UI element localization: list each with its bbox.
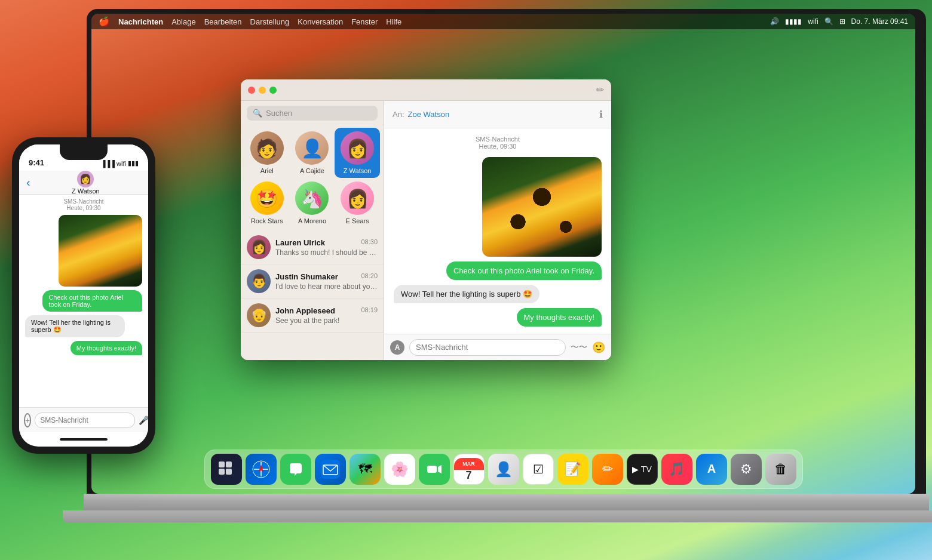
menu-fenster[interactable]: Fenster — [351, 17, 378, 26]
contact-name-cajide: A Cajide — [300, 167, 324, 174]
avatar-justin: 👨 — [247, 269, 271, 293]
contact-name-rockstars: Rock Stars — [251, 217, 283, 224]
emoji-button[interactable]: 🙂 — [592, 341, 605, 354]
macbook-frame: 🍎 Nachrichten Ablage Bearbeiten Darstell… — [87, 9, 932, 560]
menu-bar-wifi-icon[interactable]: wifi — [808, 17, 818, 26]
conv-preview-lauren: Thanks so much! I should be there by 9:0… — [275, 248, 378, 257]
iphone-notch — [60, 144, 108, 160]
menu-hilfe[interactable]: Hilfe — [386, 17, 401, 26]
iphone-contact-avatar: 👩 — [77, 171, 94, 187]
iphone-sent-1: Check out this photo Ariel took on Frida… — [42, 290, 142, 312]
svg-rect-1 — [226, 461, 232, 467]
conv-lauren-ulrick[interactable]: 👩 Lauren Ulrick 08:30 Thanks so much! I … — [241, 230, 384, 264]
dock-music[interactable]: 🎵 — [661, 454, 692, 485]
iphone-nav-bar: ‹ 👩 Z Watson — [19, 171, 148, 195]
dock-facetime[interactable] — [419, 454, 450, 485]
app-menu-nachrichten[interactable]: Nachrichten — [118, 17, 163, 26]
svg-rect-9 — [321, 460, 340, 479]
iphone-mic-icon[interactable]: 🎤 — [139, 416, 148, 425]
menu-konversation[interactable]: Konversation — [298, 17, 343, 26]
dock-mail[interactable] — [315, 454, 346, 485]
contact-pin-zwatson[interactable]: 👩 Z Watson — [335, 128, 380, 178]
svg-rect-12 — [427, 466, 437, 473]
dock-contacts[interactable]: 👤 — [488, 454, 519, 485]
conv-info-john: John Appleseed 08:19 See you at the park… — [275, 306, 378, 325]
chat-messages: SMS-Nachricht Heute, 09:30 Check out thi… — [384, 128, 611, 334]
contact-name-esears: E Sears — [346, 217, 369, 224]
conv-justin-shumaker[interactable]: 👨 Justin Shumaker 08:20 I'd love to hear… — [241, 264, 384, 299]
iphone-back-button[interactable]: ‹ — [26, 176, 30, 189]
chat-input-bar: A 〜〜 🙂 — [384, 334, 611, 360]
conv-name-john: John Appleseed — [275, 306, 335, 315]
menu-darstellung[interactable]: Darstellung — [250, 17, 290, 26]
wifi-icon: wifi — [116, 160, 126, 167]
iphone-contact-center: 👩 Z Watson — [72, 171, 100, 195]
macbook-screen: 🍎 Nachrichten Ablage Bearbeiten Darstell… — [91, 14, 915, 494]
battery-icon: ▮▮▮ — [128, 159, 139, 167]
dock: 🗺 🌸 MAR 7 👤 ☑ — [204, 450, 803, 489]
avatar-lauren: 👩 — [247, 235, 271, 259]
window-titlebar: ✏ — [241, 79, 611, 101]
apps-button[interactable]: A — [390, 340, 404, 355]
menu-bearbeiten[interactable]: Bearbeiten — [204, 17, 242, 26]
contact-pin-moreno[interactable]: 🦄 A Moreno — [290, 178, 335, 228]
menu-ablage[interactable]: Ablage — [171, 17, 195, 26]
sent-image-message — [482, 157, 602, 257]
avatar-esears: 👩 — [341, 181, 374, 215]
messages-window: ✏ 🔍 Suchen 🧑 Ari — [241, 79, 611, 360]
iphone-time: 9:41 — [29, 158, 44, 167]
dock-reminders[interactable]: ☑ — [523, 454, 554, 485]
iphone-frame: 9:41 ▐▐▐ wifi ▮▮▮ ‹ 👩 Z Watson SMS-Nachr… — [12, 137, 155, 454]
message-input[interactable] — [409, 339, 566, 356]
dock-notes[interactable]: 📝 — [557, 454, 588, 485]
dock-messages[interactable] — [280, 454, 311, 485]
menu-bar-search-icon[interactable]: 🔍 — [824, 17, 833, 26]
signal-icon: ▐▐▐ — [101, 160, 115, 167]
menu-bar-controlcenter-icon[interactable]: ⊞ — [839, 17, 845, 26]
avatar-ariel: 🧑 — [250, 131, 284, 165]
dock-trash[interactable]: 🗑 — [765, 454, 796, 485]
dictation-icon[interactable]: 〜〜 — [571, 342, 587, 353]
dock-maps[interactable]: 🗺 — [350, 454, 381, 485]
conv-preview-justin: I'd love to hear more about your project… — [275, 282, 378, 291]
conv-info-lauren: Lauren Ulrick 08:30 Thanks so much! I sh… — [275, 238, 378, 257]
contact-pin-rockstars[interactable]: 🤩 Rock Stars — [244, 178, 290, 228]
dock-settings[interactable]: ⚙ — [731, 454, 762, 485]
contact-pin-esears[interactable]: 👩 E Sears — [335, 178, 380, 228]
avatar-moreno: 🦄 — [295, 181, 329, 215]
iphone-sent-image — [59, 215, 142, 287]
contact-name-zwatson: Z Watson — [344, 167, 372, 174]
dock-appstore[interactable]: A — [696, 454, 727, 485]
chat-info-button[interactable]: ℹ — [599, 109, 603, 120]
menu-bar: 🍎 Nachrichten Ablage Bearbeiten Darstell… — [91, 14, 915, 29]
contact-pin-cajide[interactable]: 👤 A Cajide — [290, 128, 335, 178]
close-button[interactable] — [248, 87, 255, 94]
maximize-button[interactable] — [269, 87, 277, 94]
menu-bar-volume-icon[interactable]: 🔊 — [770, 17, 779, 26]
apple-menu[interactable]: 🍎 — [99, 16, 110, 27]
conv-name-justin: Justin Shumaker — [275, 272, 338, 281]
chat-header: An: Zoe Watson ℹ — [384, 101, 611, 128]
iphone-message-input[interactable] — [35, 413, 135, 428]
iphone-status-icons: ▐▐▐ wifi ▮▮▮ — [101, 159, 139, 167]
conv-john-appleseed[interactable]: 👴 John Appleseed 08:19 See you at the pa… — [241, 299, 384, 333]
dock-appletv[interactable]: ▶ TV — [627, 454, 658, 485]
dock-freeform[interactable]: ✏ — [592, 454, 623, 485]
macbook-bezel: 🍎 Nachrichten Ablage Bearbeiten Darstell… — [87, 9, 926, 499]
chat-contact-name[interactable]: Zoe Watson — [408, 110, 450, 119]
macbook-chin — [84, 494, 929, 512]
window-body: 🔍 Suchen 🧑 Ariel 👤 A Cajide — [241, 101, 611, 360]
menu-bar-battery-icon: ▮▮▮▮ — [785, 17, 802, 26]
compose-button[interactable]: ✏ — [596, 84, 604, 96]
dock-safari[interactable] — [246, 454, 277, 485]
iphone-add-button[interactable]: + — [24, 413, 31, 427]
iphone-home-bar — [19, 432, 148, 447]
contact-pin-ariel[interactable]: 🧑 Ariel — [244, 128, 290, 178]
dock-calendar[interactable]: MAR 7 — [453, 454, 485, 485]
minimize-button[interactable] — [259, 87, 266, 94]
dock-photos[interactable]: 🌸 — [384, 454, 415, 485]
dock-launchpad[interactable] — [211, 454, 242, 485]
search-bar[interactable]: 🔍 Suchen — [247, 106, 378, 121]
svg-rect-2 — [219, 469, 225, 475]
iphone-home-indicator — [60, 438, 108, 441]
